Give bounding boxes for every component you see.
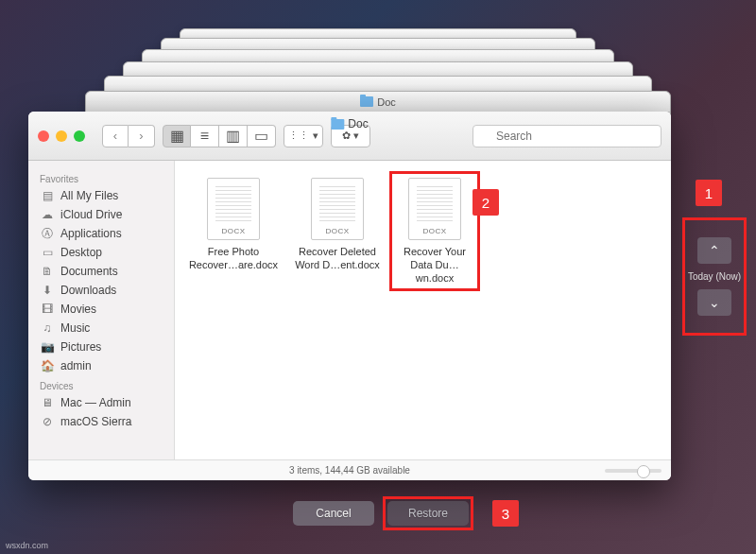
sidebar-item-icloud[interactable]: ☁iCloud Drive — [28, 205, 174, 224]
back-button[interactable]: ‹ — [102, 125, 129, 147]
sidebar-header-favorites: Favorites — [28, 168, 174, 186]
docx-file-icon: DOCX — [207, 178, 260, 240]
movies-icon: 🎞 — [40, 303, 55, 316]
sidebar-item-downloads[interactable]: ⬇Downloads — [28, 281, 174, 300]
sidebar-item-disk[interactable]: ⊘macOS Sierra — [28, 412, 174, 431]
disk-icon: ⊘ — [40, 415, 55, 428]
folder-icon — [360, 96, 373, 107]
view-coverflow-button[interactable]: ▭ — [248, 125, 276, 147]
window-controls — [38, 130, 85, 142]
icon-size-slider[interactable] — [605, 469, 662, 473]
docx-file-icon: DOCX — [311, 178, 364, 240]
cloud-icon: ☁ — [40, 208, 55, 221]
view-icons-button[interactable]: ▦ — [163, 125, 191, 147]
status-bar: 3 items, 144,44 GB available — [28, 459, 671, 480]
cancel-button[interactable]: Cancel — [293, 501, 374, 526]
timeline-label: Today (Now) — [688, 271, 741, 282]
finder-window: ‹ › ▦ ≡ ▥ ▭ ⋮⋮ ▾ ✿ ▾ Doc 🔍 Favorites ▤Al… — [28, 112, 671, 480]
sidebar-item-mac[interactable]: 🖥Mac — Admin — [28, 393, 174, 412]
stack-window-title: Doc — [377, 96, 396, 108]
timeline-back-button[interactable]: ⌃ — [697, 237, 731, 264]
callout-3: 3 — [492, 500, 519, 527]
file-item-selected[interactable]: DOCX Recover Your Data Du…wn.docx — [389, 171, 480, 291]
window-title-text: Doc — [348, 117, 368, 130]
apps-icon: Ⓐ — [40, 227, 55, 240]
view-list-button[interactable]: ≡ — [191, 125, 219, 147]
documents-icon: 🗎 — [40, 265, 55, 278]
titlebar: ‹ › ▦ ≡ ▥ ▭ ⋮⋮ ▾ ✿ ▾ Doc 🔍 — [28, 112, 671, 161]
window-title: Doc — [331, 117, 368, 130]
callout-2: 2 — [472, 189, 499, 216]
computer-icon: 🖥 — [40, 396, 55, 409]
file-grid: DOCX Free Photo Recover…are.docx DOCX Re… — [175, 161, 671, 459]
sidebar-item-desktop[interactable]: ▭Desktop — [28, 243, 174, 262]
pictures-icon: 📷 — [40, 340, 55, 354]
minimize-window-button[interactable] — [56, 130, 67, 142]
sidebar-item-home[interactable]: 🏠admin — [28, 356, 174, 375]
timeline-forward-button[interactable]: ⌄ — [697, 289, 731, 316]
file-item[interactable]: DOCX Free Photo Recover…are.docx — [188, 178, 279, 272]
callout-1: 1 — [696, 180, 722, 206]
file-item[interactable]: DOCX Recover Deleted Word D…ent.docx — [292, 178, 383, 272]
sidebar-item-music[interactable]: ♫Music — [28, 319, 174, 338]
forward-button[interactable]: › — [129, 125, 155, 147]
sidebar-item-pictures[interactable]: 📷Pictures — [28, 338, 174, 356]
sidebar-header-devices: Devices — [28, 375, 174, 393]
sidebar-item-all-files[interactable]: ▤All My Files — [28, 186, 174, 205]
search-input[interactable] — [472, 125, 662, 147]
sidebar-item-movies[interactable]: 🎞Movies — [28, 300, 174, 319]
file-name: Free Photo Recover…are.docx — [188, 246, 279, 272]
home-icon: 🏠 — [40, 359, 55, 372]
watermark: wsxdn.com — [6, 541, 48, 550]
folder-icon — [331, 119, 344, 130]
restore-button[interactable]: Restore — [387, 501, 469, 526]
close-window-button[interactable] — [38, 130, 49, 142]
desktop-icon: ▭ — [40, 246, 55, 259]
downloads-icon: ⬇ — [40, 284, 55, 297]
docx-file-icon: DOCX — [408, 178, 461, 240]
sidebar: Favorites ▤All My Files ☁iCloud Drive ⒶA… — [28, 161, 175, 459]
file-name: Recover Deleted Word D…ent.docx — [292, 246, 383, 272]
music-icon: ♫ — [40, 321, 55, 335]
sidebar-item-documents[interactable]: 🗎Documents — [28, 262, 174, 281]
maximize-window-button[interactable] — [74, 130, 85, 142]
sidebar-item-applications[interactable]: ⒶApplications — [28, 224, 174, 243]
timeline-panel: ⌃ Today (Now) ⌄ — [682, 217, 747, 336]
arrange-menu-button[interactable]: ⋮⋮ ▾ — [284, 125, 323, 147]
all-files-icon: ▤ — [40, 189, 55, 202]
file-name: Recover Your Data Du…wn.docx — [396, 246, 473, 285]
status-text: 3 items, 144,44 GB available — [289, 465, 410, 476]
view-columns-button[interactable]: ▥ — [219, 125, 248, 147]
